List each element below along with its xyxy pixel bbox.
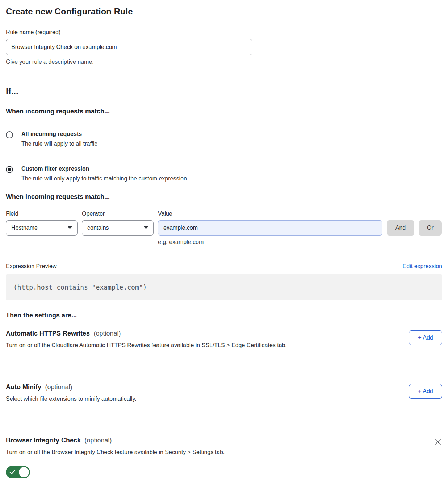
and-button[interactable]: And (387, 220, 414, 236)
operator-select-value: contains (87, 225, 109, 231)
setting-row-automatic-https-rewrites: Automatic HTTPS Rewrites (optional) Turn… (6, 330, 442, 349)
radio-button-checked[interactable] (6, 166, 13, 173)
chevron-down-icon (144, 226, 148, 229)
setting-title: Automatic HTTPS Rewrites (6, 330, 90, 337)
value-label: Value (158, 211, 382, 217)
rule-name-input[interactable] (6, 39, 252, 55)
match-heading: When incoming requests match... (6, 108, 442, 115)
section-divider (6, 76, 442, 76)
expression-preview-code: (http.host contains "example.com") (6, 274, 442, 300)
radio-option-custom-filter[interactable]: Custom filter expression The rule will o… (6, 166, 442, 182)
operator-select[interactable]: contains (82, 220, 154, 236)
toggle-knob[interactable] (19, 467, 29, 477)
setting-title: Auto Minify (6, 383, 41, 391)
setting-description: Turn on or off the Cloudflare Automatic … (6, 342, 287, 349)
value-input[interactable] (158, 220, 382, 236)
setting-optional: (optional) (45, 383, 72, 391)
browser-integrity-check-toggle[interactable] (6, 466, 30, 478)
edit-expression-link[interactable]: Edit expression (403, 263, 442, 270)
radio-option-all-requests[interactable]: All incoming requests The rule will appl… (6, 131, 442, 147)
field-label: Field (6, 211, 78, 217)
add-button[interactable]: + Add (409, 384, 442, 399)
setting-description: Turn on or off the Browser Integrity Che… (6, 449, 225, 456)
radio-label: All incoming requests (21, 131, 97, 137)
page-title: Create new Configuration Rule (6, 7, 442, 17)
chevron-down-icon (68, 226, 72, 229)
radio-description: The rule will only apply to traffic matc… (21, 175, 187, 182)
radio-button-unchecked[interactable] (6, 131, 13, 138)
setting-row-auto-minify: Auto Minify (optional) Select which file… (6, 383, 442, 402)
rule-name-label: Rule name (required) (6, 29, 442, 36)
if-heading: If... (6, 86, 442, 96)
rule-name-help: Give your rule a descriptive name. (6, 59, 442, 65)
field-select[interactable]: Hostname (6, 220, 78, 236)
builder-heading: When incoming requests match... (6, 193, 442, 201)
add-button[interactable]: + Add (409, 330, 442, 345)
radio-description: The rule will apply to all traffic (21, 141, 97, 147)
create-configuration-rule-form: Create new Configuration Rule Rule name … (0, 0, 448, 487)
expression-preview-label: Expression Preview (6, 263, 57, 270)
value-help: e.g. example.com (158, 239, 382, 245)
section-divider (6, 419, 442, 419)
then-heading: Then the settings are... (6, 312, 442, 319)
field-select-value: Hostname (11, 225, 38, 231)
close-icon[interactable] (433, 437, 442, 446)
setting-row-browser-integrity-check: Browser Integrity Check (optional) Turn … (6, 437, 442, 480)
or-button[interactable]: Or (419, 220, 442, 236)
check-icon (9, 469, 15, 475)
operator-label: Operator (82, 211, 154, 217)
setting-description: Select which file extensions to minify a… (6, 396, 137, 402)
radio-label: Custom filter expression (21, 166, 187, 172)
setting-title: Browser Integrity Check (6, 437, 81, 444)
expression-builder: Field Operator Value Hostname contains A… (6, 211, 442, 245)
setting-optional: (optional) (85, 437, 112, 444)
section-divider (6, 366, 442, 366)
setting-optional: (optional) (94, 330, 121, 337)
